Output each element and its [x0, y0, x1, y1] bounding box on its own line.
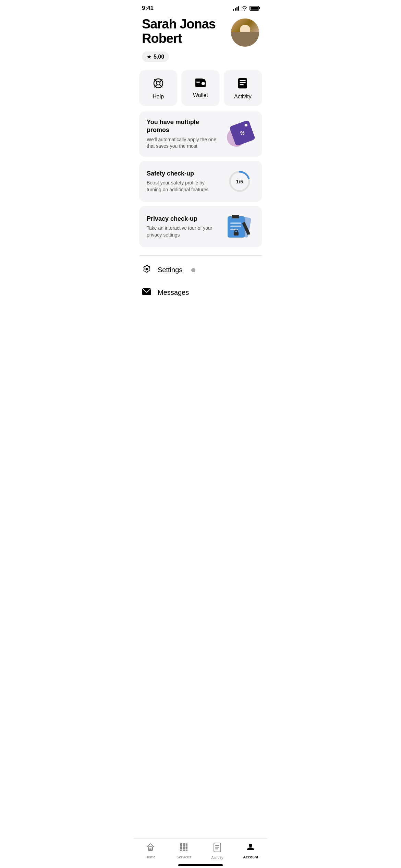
settings-label: Settings: [158, 266, 182, 274]
svg-rect-12: [240, 80, 246, 81]
safety-progress: 1/5: [236, 178, 243, 184]
svg-rect-13: [240, 82, 246, 83]
user-name: Sarah Jonas Robert: [142, 17, 216, 46]
wallet-icon: [195, 78, 206, 89]
svg-point-1: [157, 82, 160, 85]
settings-menu-item[interactable]: Settings: [134, 258, 267, 282]
promos-card[interactable]: You have multiple promos We'll automatic…: [139, 111, 262, 157]
quick-actions: Help Wallet: [134, 62, 267, 106]
info-cards: You have multiple promos We'll automatic…: [134, 106, 267, 247]
privacy-card[interactable]: Privacy check-up Take an interactive tou…: [139, 206, 262, 247]
messages-icon: [142, 288, 151, 298]
battery-icon: [250, 6, 259, 11]
privacy-title: Privacy check-up: [147, 215, 220, 223]
svg-rect-20: [230, 222, 241, 224]
activity-icon: [238, 78, 247, 90]
privacy-desc: Take an interactive tour of your privacy…: [147, 225, 220, 238]
status-time: 9:41: [142, 5, 154, 12]
svg-rect-10: [196, 82, 200, 83]
safety-title: Safety check-up: [147, 170, 220, 178]
privacy-visual: [224, 213, 255, 240]
messages-menu-item[interactable]: Messages: [134, 282, 267, 304]
avatar: [231, 19, 259, 47]
messages-label: Messages: [158, 289, 189, 297]
header: Sarah Jonas Robert: [134, 14, 267, 47]
signal-icon: [233, 6, 239, 11]
rating-badge: ★ 5.00: [142, 51, 169, 62]
svg-rect-9: [202, 82, 205, 85]
svg-rect-8: [195, 79, 203, 80]
wifi-icon: [241, 6, 247, 11]
safety-desc: Boost your safety profile by turning on …: [147, 180, 220, 193]
svg-rect-23: [234, 232, 239, 236]
menu-list: Settings Messages: [134, 256, 267, 304]
help-card[interactable]: Help: [139, 70, 177, 106]
status-icons: [233, 6, 259, 11]
activity-label: Activity: [234, 94, 252, 100]
promos-title: You have multiple promos: [147, 118, 220, 134]
settings-notification-dot: [191, 268, 195, 272]
svg-rect-21: [230, 226, 241, 227]
safety-card[interactable]: Safety check-up Boost your safety profil…: [139, 161, 262, 202]
svg-rect-19: [232, 215, 239, 218]
wallet-card[interactable]: Wallet: [181, 70, 219, 106]
rating-value: 5.00: [154, 54, 164, 60]
promos-desc: We'll automatically apply the one that s…: [147, 136, 220, 150]
activity-card[interactable]: Activity: [224, 70, 262, 106]
settings-icon: [142, 265, 151, 276]
status-bar: 9:41: [134, 0, 267, 14]
wallet-label: Wallet: [193, 92, 208, 98]
help-label: Help: [153, 94, 164, 100]
help-icon: [153, 78, 164, 90]
safety-visual: 1/5: [224, 168, 255, 195]
promos-visual: %: [224, 120, 255, 148]
svg-rect-14: [240, 84, 244, 85]
star-icon: ★: [147, 53, 151, 60]
